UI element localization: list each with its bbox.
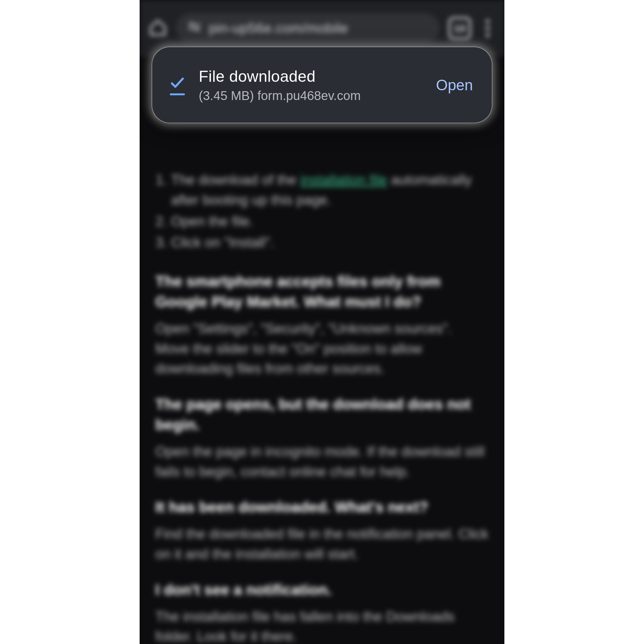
page-content: The download of the installation file au… — [140, 57, 504, 644]
qa-question: The smartphone accepts files only from G… — [155, 271, 489, 312]
download-complete-icon — [167, 75, 187, 95]
list-item: Click on "Install". — [171, 232, 489, 253]
qa-answer: Find the downloaded file in the notifica… — [155, 524, 489, 564]
overflow-menu-icon[interactable] — [480, 19, 496, 37]
notification-subtitle: (3.45 MB) form.pu468ev.com — [199, 89, 421, 103]
qa-question: It has been downloaded. What's next? — [155, 497, 489, 518]
qa-answer: The installation file has fallen into th… — [155, 607, 489, 644]
site-settings-icon — [187, 20, 201, 37]
tabs-count: 10 — [454, 22, 466, 35]
address-bar[interactable]: pin-up56e.com/mobile — [176, 13, 440, 43]
svg-point-0 — [190, 23, 193, 26]
notification-title: File downloaded — [199, 67, 421, 86]
tabs-button[interactable]: 10 — [448, 17, 471, 40]
step1-pre: The download of the — [171, 172, 300, 187]
install-steps-list: The download of the installation file au… — [155, 170, 489, 253]
qa-question: I don't see a notification. — [155, 580, 489, 600]
phone-screen: pin-up56e.com/mobile 10 The download of … — [140, 0, 504, 644]
qa-section: The smartphone accepts files only from G… — [155, 271, 489, 644]
list-item: Open the file. — [171, 211, 489, 231]
qa-answer: Open "Settings", "Security", "Unknown so… — [155, 319, 489, 379]
download-notification[interactable]: File downloaded (3.45 MB) form.pu468ev.c… — [152, 47, 492, 123]
installation-file-link[interactable]: installation file — [300, 172, 387, 187]
stage: pin-up56e.com/mobile 10 The download of … — [0, 0, 644, 644]
url-text: pin-up56e.com/mobile — [209, 20, 348, 36]
home-icon[interactable] — [148, 18, 167, 38]
list-item: The download of the installation file au… — [171, 170, 489, 210]
qa-answer: Open the page in incognito mode. If the … — [155, 441, 489, 482]
svg-point-2 — [196, 27, 199, 31]
notification-text: File downloaded (3.45 MB) form.pu468ev.c… — [199, 67, 421, 103]
open-button[interactable]: Open — [432, 70, 477, 100]
qa-question: The page opens, but the download does no… — [155, 394, 489, 435]
